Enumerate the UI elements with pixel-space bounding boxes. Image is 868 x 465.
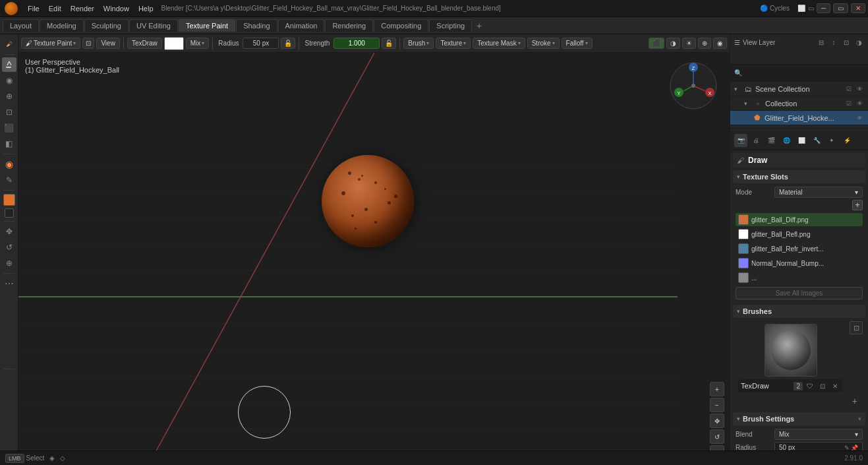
collection-eye-icon[interactable]: 👁 — [855, 100, 864, 107]
mask-tool[interactable]: ◧ — [2, 137, 16, 151]
stroke-menu-btn[interactable]: Stroke ▾ — [527, 38, 560, 49]
viewport-shading-material[interactable]: ◑ — [666, 38, 680, 49]
viewport-options-btn[interactable]: ⊡ — [82, 38, 94, 49]
brush-shield-btn[interactable]: 🛡 — [805, 381, 815, 391]
add-workspace-btn[interactable]: + — [473, 19, 486, 32]
obj-eye-icon[interactable]: 👁 — [855, 115, 864, 121]
fill-tool[interactable]: ⬛ — [2, 121, 16, 135]
foreground-color[interactable] — [3, 194, 15, 206]
particle-props-btn[interactable]: ✦ — [825, 134, 838, 147]
maximize-btn[interactable]: ▭ — [833, 3, 848, 13]
radius-lock-btn[interactable]: 🔓 — [281, 38, 295, 49]
zoom-in-btn[interactable]: + — [710, 382, 724, 396]
brush-name-btn[interactable]: TexDraw — [127, 38, 162, 49]
clone-tool[interactable]: ⊡ — [2, 105, 16, 119]
mode-dropdown[interactable]: Material ▾ — [774, 187, 863, 198]
viewport-shading-rendered[interactable]: ☀ — [682, 38, 696, 49]
draw-tool[interactable] — [2, 57, 16, 72]
add-texture-slot-btn[interactable]: + — [852, 200, 863, 210]
menu-help[interactable]: Help — [134, 3, 158, 14]
outliner-row-scene-collection[interactable]: ▾ 🗂 Scene Collection ☑ 👁 — [730, 82, 868, 96]
save-all-images-btn[interactable]: Save All Images — [736, 287, 863, 299]
blend-dropdown[interactable]: Mix ▾ — [774, 429, 863, 440]
menu-edit[interactable]: Edit — [45, 3, 65, 14]
radius-edit-icon[interactable]: ✎ — [844, 445, 850, 451]
tab-texture-paint[interactable]: Texture Paint — [179, 19, 235, 32]
tab-sculpting[interactable]: Sculpting — [84, 19, 129, 32]
background-color[interactable] — [5, 208, 14, 218]
menu-render[interactable]: Render — [67, 3, 98, 14]
texture-slots-header[interactable]: ▾ Texture Slots — [733, 170, 865, 183]
tab-uv-editing[interactable]: UV Editing — [129, 19, 178, 32]
outliner-row-object[interactable]: ⬟ Glitter_Field_Hocke... 👁 — [730, 111, 868, 125]
annotate-tool[interactable]: ✎ — [2, 173, 16, 187]
zoom-tool[interactable]: ⊕ — [2, 256, 16, 270]
brush-color-swatch[interactable] — [164, 37, 184, 50]
blend-mode-btn[interactable]: Mix ▾ — [186, 38, 210, 49]
world-props-btn[interactable]: 🌐 — [780, 134, 793, 147]
scene-props-btn[interactable]: 🎬 — [765, 134, 778, 147]
object-props-btn[interactable]: ⬜ — [795, 134, 808, 147]
render-props-btn[interactable]: 📷 — [734, 134, 747, 147]
view-btn[interactable]: View — [96, 38, 120, 49]
viewport-shading-solid[interactable]: ⬛ — [649, 38, 664, 49]
grab-tool[interactable]: ✥ — [2, 224, 16, 239]
tab-animation[interactable]: Animation — [278, 19, 325, 32]
modifier-props-btn[interactable]: 🔧 — [810, 134, 823, 147]
outliner-row-collection[interactable]: ▾ ▫ Collection ☑ 👁 — [730, 96, 868, 111]
add-brush-btn[interactable]: + — [736, 394, 863, 408]
falloff-menu-btn[interactable]: Falloff ▾ — [562, 38, 593, 49]
pan-btn[interactable]: ✥ — [710, 414, 724, 428]
texture-menu-btn[interactable]: Texture ▾ — [436, 38, 471, 49]
minimize-btn[interactable]: ─ — [817, 3, 830, 13]
texture-paint-mode-btn[interactable]: 🖌 Texture Paint ▾ — [21, 38, 80, 49]
texture-slot-2[interactable]: glitter_Ball_Refr_invert... — [736, 242, 863, 255]
menu-file[interactable]: File — [24, 3, 43, 14]
zoom-out-btn[interactable]: − — [710, 398, 724, 412]
check-icon[interactable]: ☑ — [844, 86, 854, 92]
radius-input[interactable]: 50 px — [243, 38, 279, 49]
overlays-toggle[interactable]: ◉ — [713, 38, 727, 49]
extra-tools[interactable]: ⋯ — [2, 276, 16, 291]
texture-mask-menu-btn[interactable]: Texture Mask ▾ — [473, 38, 525, 49]
tab-rendering[interactable]: Rendering — [325, 19, 373, 32]
eye-icon[interactable]: 👁 — [855, 86, 864, 92]
mode-selector[interactable]: 🖌 — [2, 37, 16, 51]
radius-pin-icon[interactable]: 📌 — [851, 445, 858, 451]
outliner-search-input[interactable] — [745, 69, 864, 77]
tab-layout[interactable]: Layout — [3, 19, 39, 32]
tab-shading[interactable]: Shading — [236, 19, 277, 32]
3d-viewport[interactable]: User Perspective (1) Glitter_Field_Hocke… — [18, 53, 730, 465]
brush-preview-expand-btn[interactable]: ⊡ — [850, 321, 863, 334]
brush-settings-header[interactable]: ▾ Brush Settings ▾ — [733, 412, 865, 425]
rotate-btn[interactable]: ↺ — [710, 429, 724, 444]
brush-menu-btn[interactable]: Brush ▾ — [403, 38, 434, 49]
collection-check-icon[interactable]: ☑ — [844, 100, 854, 107]
texture-slot-0[interactable]: glitter_Ball_Diff.png — [736, 213, 863, 226]
view-options-icon[interactable]: ⊡ — [841, 37, 852, 47]
smear-tool[interactable]: ⊕ — [2, 89, 16, 104]
color-picker-icon[interactable]: ◉ — [2, 157, 16, 171]
close-btn[interactable]: ✕ — [851, 3, 865, 13]
draw-header[interactable]: 🖌 Draw — [733, 153, 865, 168]
strength-lock-btn[interactable]: 🔓 — [382, 38, 396, 49]
sort-icon[interactable]: ↕ — [828, 37, 839, 47]
gizmo-toggle[interactable]: ⊕ — [698, 38, 711, 49]
tab-scripting[interactable]: Scripting — [429, 19, 472, 32]
brush-copy-btn[interactable]: ⊡ — [817, 381, 828, 391]
strength-slider[interactable]: 1.000 — [333, 38, 380, 49]
texture-slot-4[interactable]: ... — [736, 271, 863, 284]
tab-compositing[interactable]: Compositing — [374, 19, 428, 32]
texture-slot-1[interactable]: glitter_Ball_Refl.png — [736, 228, 863, 241]
rotate-view-tool[interactable]: ↺ — [2, 240, 16, 255]
viewport-navigation-gizmo[interactable]: Z X Y — [667, 59, 720, 112]
overlay-icon[interactable]: ◑ — [854, 37, 864, 47]
soften-tool[interactable]: ◉ — [2, 73, 16, 88]
tab-modeling[interactable]: Modeling — [40, 19, 84, 32]
filter-icon[interactable]: ⊟ — [816, 37, 826, 47]
brushes-header[interactable]: ▾ Brushes — [733, 305, 865, 318]
output-props-btn[interactable]: 🖨 — [749, 134, 763, 147]
menu-window[interactable]: Window — [100, 3, 133, 14]
physics-props-btn[interactable]: ⚡ — [840, 134, 854, 147]
texture-slot-3[interactable]: Normal_Normal_Bump... — [736, 257, 863, 270]
